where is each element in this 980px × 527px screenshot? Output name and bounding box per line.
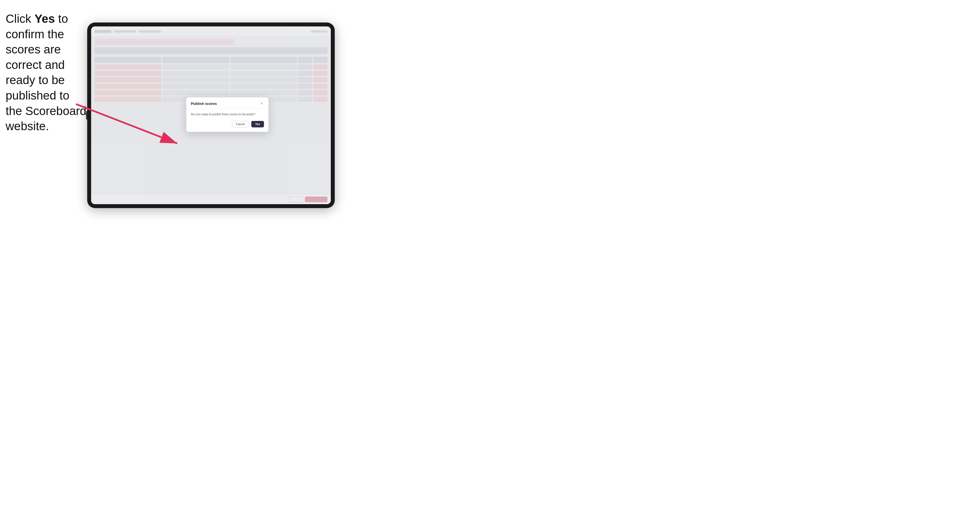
- instruction-bold: Yes: [35, 12, 55, 25]
- tablet-screen: Publish scores × Are you ready to publis…: [91, 27, 331, 204]
- cancel-button[interactable]: Cancel: [232, 121, 249, 127]
- modal-message: Are you ready to publish these scores to…: [191, 112, 264, 116]
- modal-header: Publish scores ×: [186, 97, 268, 109]
- tablet-side-button: [86, 111, 87, 119]
- modal-actions: Cancel Yes: [191, 121, 264, 127]
- instruction-prefix: Click: [6, 12, 35, 25]
- modal-body: Are you ready to publish these scores to…: [186, 109, 268, 132]
- modal-title: Publish scores: [191, 102, 216, 106]
- yes-button[interactable]: Yes: [251, 121, 264, 127]
- tablet-device: Publish scores × Are you ready to publis…: [87, 22, 335, 208]
- instruction-suffix: to confirm the scores are correct and re…: [6, 12, 86, 133]
- publish-scores-modal: Publish scores × Are you ready to publis…: [186, 97, 268, 132]
- instruction-text: Click Yes to confirm the scores are corr…: [6, 11, 87, 134]
- modal-close-button[interactable]: ×: [259, 101, 264, 106]
